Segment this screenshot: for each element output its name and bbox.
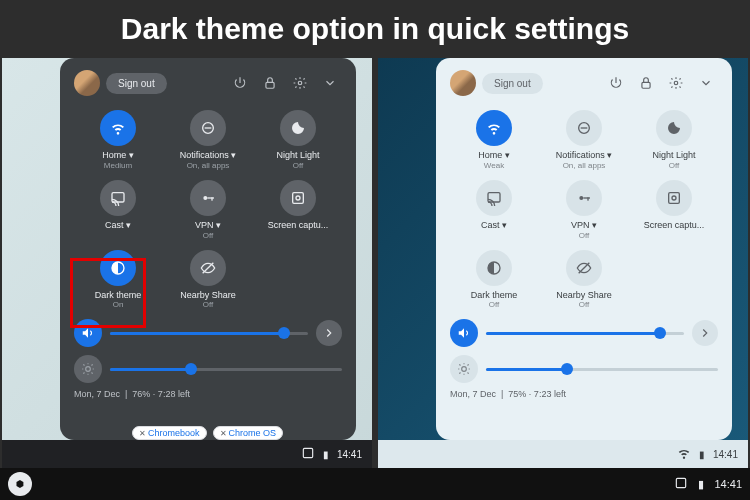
notif-shelf-icon[interactable] bbox=[301, 446, 315, 462]
tile-label: Home ▾ bbox=[102, 150, 134, 161]
tile-label: Night Light bbox=[652, 150, 695, 161]
wifi-shelf-icon bbox=[677, 446, 691, 462]
volume-slider[interactable] bbox=[450, 319, 718, 347]
tile-status: On, all apps bbox=[187, 161, 230, 170]
power-icon[interactable] bbox=[228, 71, 252, 95]
tile-capture[interactable]: Screen captu... bbox=[254, 178, 342, 242]
tile-nearby[interactable]: Nearby Share Off bbox=[540, 248, 628, 312]
gear-icon[interactable] bbox=[288, 71, 312, 95]
tile-label: Nearby Share bbox=[556, 290, 612, 301]
tile-wifi[interactable]: Home ▾ Weak bbox=[450, 108, 538, 172]
signout-button[interactable]: Sign out bbox=[482, 73, 543, 94]
vpn-icon bbox=[190, 180, 226, 216]
wifi-icon bbox=[100, 110, 136, 146]
audio-settings-icon[interactable] bbox=[692, 320, 718, 346]
svg-rect-0 bbox=[266, 82, 274, 88]
shelf-time[interactable]: 14:41 bbox=[713, 449, 738, 460]
tile-notif[interactable]: Notifications ▾ On, all apps bbox=[540, 108, 628, 172]
audio-settings-icon[interactable] bbox=[316, 320, 342, 346]
tile-night[interactable]: Night Light Off bbox=[254, 108, 342, 172]
clock[interactable]: 14:41 bbox=[714, 478, 742, 490]
gear-icon[interactable] bbox=[664, 71, 688, 95]
tag-row: Chromebook Chrome OS bbox=[132, 426, 283, 440]
battery-icon: ▮ bbox=[698, 478, 704, 491]
svg-point-12 bbox=[86, 367, 91, 372]
status-footer: Mon, 7 Dec | 75% · 7:23 left bbox=[450, 389, 718, 399]
notif-icon bbox=[566, 110, 602, 146]
tile-capture[interactable]: Screen captu... bbox=[630, 178, 718, 242]
svg-point-26 bbox=[462, 367, 467, 372]
tag[interactable]: Chromebook bbox=[132, 426, 207, 440]
tile-status: Off bbox=[669, 161, 680, 170]
tile-cast[interactable]: Cast ▾ bbox=[74, 178, 162, 242]
dark-screenshot: Sign out Home ▾ Medium Notifications ▾ O… bbox=[2, 58, 372, 468]
tile-vpn[interactable]: VPN ▾ Off bbox=[164, 178, 252, 242]
tile-label: Cast ▾ bbox=[105, 220, 131, 231]
battery-icon: ▮ bbox=[323, 449, 329, 460]
tile-night[interactable]: Night Light Off bbox=[630, 108, 718, 172]
chevron-down-icon[interactable] bbox=[318, 71, 342, 95]
notif-icon bbox=[190, 110, 226, 146]
svg-rect-13 bbox=[303, 448, 312, 457]
tile-status: Off bbox=[203, 300, 214, 309]
chevron-down-icon[interactable] bbox=[694, 71, 718, 95]
tile-wifi[interactable]: Home ▾ Medium bbox=[74, 108, 162, 172]
tile-cast[interactable]: Cast ▾ bbox=[450, 178, 538, 242]
shelf-time[interactable]: 14:41 bbox=[337, 449, 362, 460]
tile-label: Screen captu... bbox=[268, 220, 329, 231]
light-screenshot: Sign out Home ▾ Weak Notifications ▾ On,… bbox=[378, 58, 748, 468]
nearby-icon bbox=[566, 250, 602, 286]
brightness-slider[interactable] bbox=[450, 355, 718, 383]
cast-icon bbox=[100, 180, 136, 216]
svg-rect-22 bbox=[669, 192, 680, 203]
nearby-icon bbox=[190, 250, 226, 286]
tile-label: Notifications ▾ bbox=[556, 150, 613, 161]
brightness-icon bbox=[74, 355, 102, 383]
svg-rect-21 bbox=[587, 197, 588, 200]
tile-notif[interactable]: Notifications ▾ On, all apps bbox=[164, 108, 252, 172]
status-footer: Mon, 7 Dec | 76% · 7:28 left bbox=[74, 389, 342, 399]
shelf: ▮ 14:41 bbox=[2, 440, 372, 468]
svg-point-19 bbox=[579, 196, 583, 200]
capture-icon bbox=[280, 180, 316, 216]
brightness-icon bbox=[450, 355, 478, 383]
tile-label: Notifications ▾ bbox=[180, 150, 237, 161]
lock-icon[interactable] bbox=[258, 71, 282, 95]
tile-label: VPN ▾ bbox=[195, 220, 221, 231]
page-shelf: ⬢ ▮ 14:41 bbox=[0, 468, 750, 500]
tile-dark[interactable]: Dark theme Off bbox=[450, 248, 538, 312]
volume-icon bbox=[450, 319, 478, 347]
svg-rect-18 bbox=[488, 192, 500, 201]
tile-status: Off bbox=[203, 231, 214, 240]
page-title: Dark theme option in quick settings bbox=[0, 0, 750, 58]
tile-status: Off bbox=[579, 300, 590, 309]
avatar[interactable] bbox=[74, 70, 100, 96]
svg-rect-27 bbox=[677, 478, 686, 487]
tile-label: Cast ▾ bbox=[481, 220, 507, 231]
shelf: ▮ 14:41 bbox=[378, 440, 748, 468]
svg-rect-14 bbox=[642, 82, 650, 88]
signout-button[interactable]: Sign out bbox=[106, 73, 167, 94]
highlight-box bbox=[70, 258, 146, 328]
tile-status: Medium bbox=[104, 161, 132, 170]
night-icon bbox=[656, 110, 692, 146]
svg-point-9 bbox=[296, 196, 300, 200]
notif-icon[interactable] bbox=[674, 476, 688, 492]
svg-point-5 bbox=[203, 196, 207, 200]
tile-label: VPN ▾ bbox=[571, 220, 597, 231]
tile-vpn[interactable]: VPN ▾ Off bbox=[540, 178, 628, 242]
launcher-icon[interactable]: ⬢ bbox=[8, 472, 32, 496]
tag[interactable]: Chrome OS bbox=[213, 426, 284, 440]
vpn-icon bbox=[566, 180, 602, 216]
brightness-slider[interactable] bbox=[74, 355, 342, 383]
lock-icon[interactable] bbox=[634, 71, 658, 95]
tile-nearby[interactable]: Nearby Share Off bbox=[164, 248, 252, 312]
tile-status: Off bbox=[489, 300, 500, 309]
tile-status: Weak bbox=[484, 161, 504, 170]
tile-status: Off bbox=[293, 161, 304, 170]
avatar[interactable] bbox=[450, 70, 476, 96]
tile-status: Off bbox=[579, 231, 590, 240]
night-icon bbox=[280, 110, 316, 146]
svg-point-15 bbox=[674, 81, 678, 85]
power-icon[interactable] bbox=[604, 71, 628, 95]
